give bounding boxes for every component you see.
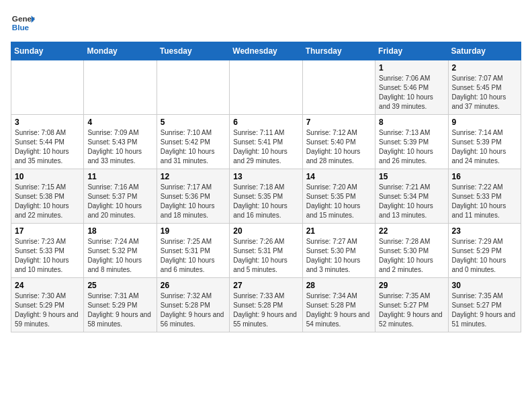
day-number: 1 bbox=[379, 63, 444, 73]
day-number: 3 bbox=[15, 118, 80, 127]
week-row-4: 17Sunrise: 7:23 AM Sunset: 5:33 PM Dayli… bbox=[11, 224, 521, 278]
calendar-cell: 1Sunrise: 7:06 AM Sunset: 5:46 PM Daylig… bbox=[375, 60, 448, 115]
calendar-cell: 9Sunrise: 7:14 AM Sunset: 5:39 PM Daylig… bbox=[448, 115, 521, 169]
day-info: Sunrise: 7:27 AM Sunset: 5:30 PM Dayligh… bbox=[306, 237, 371, 275]
weekday-header-tuesday: Tuesday bbox=[157, 42, 229, 60]
day-info: Sunrise: 7:08 AM Sunset: 5:44 PM Dayligh… bbox=[15, 128, 80, 166]
day-number: 22 bbox=[379, 226, 444, 236]
day-number: 13 bbox=[233, 172, 298, 181]
day-info: Sunrise: 7:09 AM Sunset: 5:43 PM Dayligh… bbox=[87, 128, 152, 166]
day-number: 17 bbox=[15, 226, 80, 236]
weekday-header-monday: Monday bbox=[84, 42, 157, 60]
calendar-cell bbox=[11, 60, 84, 115]
logo-icon: General Blue bbox=[11, 11, 35, 35]
day-number: 9 bbox=[452, 118, 517, 127]
day-info: Sunrise: 7:14 AM Sunset: 5:39 PM Dayligh… bbox=[452, 128, 517, 166]
day-number: 24 bbox=[15, 281, 80, 290]
weekday-header-sunday: Sunday bbox=[11, 42, 84, 60]
day-info: Sunrise: 7:17 AM Sunset: 5:36 PM Dayligh… bbox=[161, 183, 226, 220]
day-info: Sunrise: 7:24 AM Sunset: 5:32 PM Dayligh… bbox=[87, 237, 152, 275]
day-number: 4 bbox=[87, 118, 152, 127]
day-number: 14 bbox=[306, 172, 371, 181]
header: General Blue bbox=[11, 11, 521, 35]
day-number: 30 bbox=[452, 281, 517, 290]
day-info: Sunrise: 7:28 AM Sunset: 5:30 PM Dayligh… bbox=[379, 237, 444, 275]
day-info: Sunrise: 7:22 AM Sunset: 5:33 PM Dayligh… bbox=[452, 183, 517, 220]
day-number: 27 bbox=[233, 281, 298, 290]
calendar-cell: 8Sunrise: 7:13 AM Sunset: 5:39 PM Daylig… bbox=[375, 115, 448, 169]
calendar-cell bbox=[84, 60, 157, 115]
day-info: Sunrise: 7:20 AM Sunset: 5:35 PM Dayligh… bbox=[306, 183, 371, 220]
day-number: 16 bbox=[452, 172, 517, 181]
calendar-cell: 19Sunrise: 7:25 AM Sunset: 5:31 PM Dayli… bbox=[157, 224, 229, 278]
calendar-cell: 14Sunrise: 7:20 AM Sunset: 5:35 PM Dayli… bbox=[302, 169, 375, 224]
week-row-5: 24Sunrise: 7:30 AM Sunset: 5:29 PM Dayli… bbox=[11, 278, 521, 332]
day-info: Sunrise: 7:30 AM Sunset: 5:29 PM Dayligh… bbox=[15, 291, 80, 329]
day-number: 20 bbox=[233, 226, 298, 236]
day-info: Sunrise: 7:31 AM Sunset: 5:29 PM Dayligh… bbox=[87, 291, 152, 329]
calendar-cell: 20Sunrise: 7:26 AM Sunset: 5:31 PM Dayli… bbox=[230, 224, 302, 278]
day-info: Sunrise: 7:32 AM Sunset: 5:28 PM Dayligh… bbox=[161, 291, 226, 329]
day-number: 29 bbox=[379, 281, 444, 290]
day-info: Sunrise: 7:23 AM Sunset: 5:33 PM Dayligh… bbox=[15, 237, 80, 275]
day-info: Sunrise: 7:21 AM Sunset: 5:34 PM Dayligh… bbox=[379, 183, 444, 220]
calendar-cell: 23Sunrise: 7:29 AM Sunset: 5:29 PM Dayli… bbox=[448, 224, 521, 278]
calendar-cell: 25Sunrise: 7:31 AM Sunset: 5:29 PM Dayli… bbox=[84, 278, 157, 332]
day-number: 10 bbox=[15, 172, 80, 181]
calendar-table: SundayMondayTuesdayWednesdayThursdayFrid… bbox=[11, 42, 521, 332]
calendar-cell: 22Sunrise: 7:28 AM Sunset: 5:30 PM Dayli… bbox=[375, 224, 448, 278]
calendar-cell: 21Sunrise: 7:27 AM Sunset: 5:30 PM Dayli… bbox=[302, 224, 375, 278]
logo: General Blue bbox=[11, 11, 38, 35]
weekday-header-wednesday: Wednesday bbox=[230, 42, 302, 60]
week-row-3: 10Sunrise: 7:15 AM Sunset: 5:38 PM Dayli… bbox=[11, 169, 521, 224]
day-info: Sunrise: 7:10 AM Sunset: 5:42 PM Dayligh… bbox=[161, 128, 226, 166]
calendar-cell: 7Sunrise: 7:12 AM Sunset: 5:40 PM Daylig… bbox=[302, 115, 375, 169]
weekday-header-row: SundayMondayTuesdayWednesdayThursdayFrid… bbox=[11, 42, 521, 60]
calendar-cell: 2Sunrise: 7:07 AM Sunset: 5:45 PM Daylig… bbox=[448, 60, 521, 115]
day-number: 19 bbox=[161, 226, 226, 236]
svg-text:Blue: Blue bbox=[12, 23, 30, 32]
calendar-cell: 28Sunrise: 7:34 AM Sunset: 5:28 PM Dayli… bbox=[302, 278, 375, 332]
calendar-cell: 5Sunrise: 7:10 AM Sunset: 5:42 PM Daylig… bbox=[157, 115, 229, 169]
day-info: Sunrise: 7:13 AM Sunset: 5:39 PM Dayligh… bbox=[379, 128, 444, 166]
calendar-cell: 26Sunrise: 7:32 AM Sunset: 5:28 PM Dayli… bbox=[157, 278, 229, 332]
calendar-cell: 16Sunrise: 7:22 AM Sunset: 5:33 PM Dayli… bbox=[448, 169, 521, 224]
day-info: Sunrise: 7:25 AM Sunset: 5:31 PM Dayligh… bbox=[161, 237, 226, 275]
day-number: 23 bbox=[452, 226, 517, 236]
day-number: 21 bbox=[306, 226, 371, 236]
calendar-cell bbox=[230, 60, 302, 115]
day-info: Sunrise: 7:07 AM Sunset: 5:45 PM Dayligh… bbox=[452, 74, 517, 111]
day-number: 15 bbox=[379, 172, 444, 181]
calendar-cell: 11Sunrise: 7:16 AM Sunset: 5:37 PM Dayli… bbox=[84, 169, 157, 224]
day-info: Sunrise: 7:34 AM Sunset: 5:28 PM Dayligh… bbox=[306, 291, 371, 329]
weekday-header-saturday: Saturday bbox=[448, 42, 521, 60]
week-row-2: 3Sunrise: 7:08 AM Sunset: 5:44 PM Daylig… bbox=[11, 115, 521, 169]
calendar-cell: 29Sunrise: 7:35 AM Sunset: 5:27 PM Dayli… bbox=[375, 278, 448, 332]
day-number: 7 bbox=[306, 118, 371, 127]
day-info: Sunrise: 7:11 AM Sunset: 5:41 PM Dayligh… bbox=[233, 128, 298, 166]
day-number: 6 bbox=[233, 118, 298, 127]
day-info: Sunrise: 7:18 AM Sunset: 5:35 PM Dayligh… bbox=[233, 183, 298, 220]
calendar-cell: 24Sunrise: 7:30 AM Sunset: 5:29 PM Dayli… bbox=[11, 278, 84, 332]
calendar-cell: 13Sunrise: 7:18 AM Sunset: 5:35 PM Dayli… bbox=[230, 169, 302, 224]
day-info: Sunrise: 7:35 AM Sunset: 5:27 PM Dayligh… bbox=[379, 291, 444, 329]
day-number: 18 bbox=[87, 226, 152, 236]
day-info: Sunrise: 7:26 AM Sunset: 5:31 PM Dayligh… bbox=[233, 237, 298, 275]
day-info: Sunrise: 7:35 AM Sunset: 5:27 PM Dayligh… bbox=[452, 291, 517, 329]
calendar-cell: 18Sunrise: 7:24 AM Sunset: 5:32 PM Dayli… bbox=[84, 224, 157, 278]
day-number: 25 bbox=[87, 281, 152, 290]
day-number: 2 bbox=[452, 63, 517, 73]
calendar-cell: 4Sunrise: 7:09 AM Sunset: 5:43 PM Daylig… bbox=[84, 115, 157, 169]
day-number: 12 bbox=[161, 172, 226, 181]
calendar-cell: 27Sunrise: 7:33 AM Sunset: 5:28 PM Dayli… bbox=[230, 278, 302, 332]
day-number: 28 bbox=[306, 281, 371, 290]
day-info: Sunrise: 7:15 AM Sunset: 5:38 PM Dayligh… bbox=[15, 183, 80, 220]
week-row-1: 1Sunrise: 7:06 AM Sunset: 5:46 PM Daylig… bbox=[11, 60, 521, 115]
day-info: Sunrise: 7:06 AM Sunset: 5:46 PM Dayligh… bbox=[379, 74, 444, 111]
day-info: Sunrise: 7:16 AM Sunset: 5:37 PM Dayligh… bbox=[87, 183, 152, 220]
day-number: 5 bbox=[161, 118, 226, 127]
calendar-cell bbox=[157, 60, 229, 115]
day-number: 8 bbox=[379, 118, 444, 127]
calendar-cell bbox=[302, 60, 375, 115]
calendar-cell: 12Sunrise: 7:17 AM Sunset: 5:36 PM Dayli… bbox=[157, 169, 229, 224]
